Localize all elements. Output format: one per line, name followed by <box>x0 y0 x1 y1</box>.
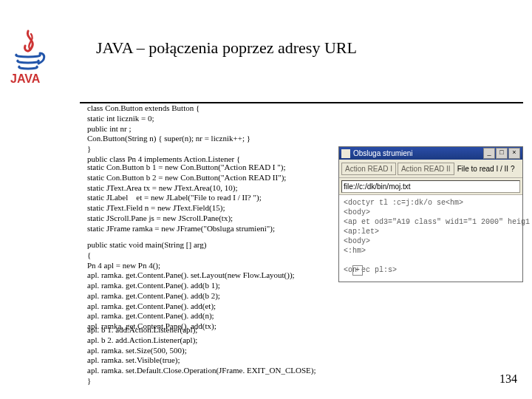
file-path-input[interactable]: file://c:/dk/bin/moj.txt <box>341 180 520 193</box>
code-block-2: static Con.Button b 1 = new Con.Button("… <box>87 163 286 233</box>
code-block-4: apl. b 1. add.Action.Listener(apl); apl.… <box>87 325 316 386</box>
file-path-value: file://c:/dk/bin/moj.txt <box>344 183 411 191</box>
close-button[interactable]: × <box>508 148 520 159</box>
slide-number: 134 <box>499 372 517 386</box>
java-logo: JAVA <box>6 28 50 87</box>
svg-text:JAVA: JAVA <box>10 72 41 85</box>
window-titlebar: Obsluga strumieni _ □ × <box>339 147 522 160</box>
toolbar-row-1: Action READ I Action READ II File to rea… <box>339 160 522 178</box>
action-read-2-button[interactable]: Action READ II <box>398 163 454 175</box>
window-title: Obsluga strumieni <box>353 149 413 157</box>
action-read-1-button[interactable]: Action READ I <box>341 163 396 175</box>
text-area[interactable]: <doctyr tl :c=j:dk/o se<hm> <body> <ap e… <box>339 195 522 278</box>
window-icon <box>341 149 350 158</box>
slide-title: JAVA – połączenia poprzez adresy URL <box>96 38 357 58</box>
code-block-3: public static void main(String [] arg) {… <box>87 240 295 332</box>
minimize-button[interactable]: _ <box>483 148 495 159</box>
file-label: File to read I / II ? <box>456 165 516 173</box>
code-block-1: class Con.Button extends Button { static… <box>87 103 250 165</box>
app-window: Obsluga strumieni _ □ × Action READ I Ac… <box>338 146 523 282</box>
toolbar-row-2: file://c:/dk/bin/moj.txt <box>339 178 522 195</box>
maximize-button[interactable]: □ <box>496 148 508 159</box>
plus-icon: + <box>352 265 363 276</box>
